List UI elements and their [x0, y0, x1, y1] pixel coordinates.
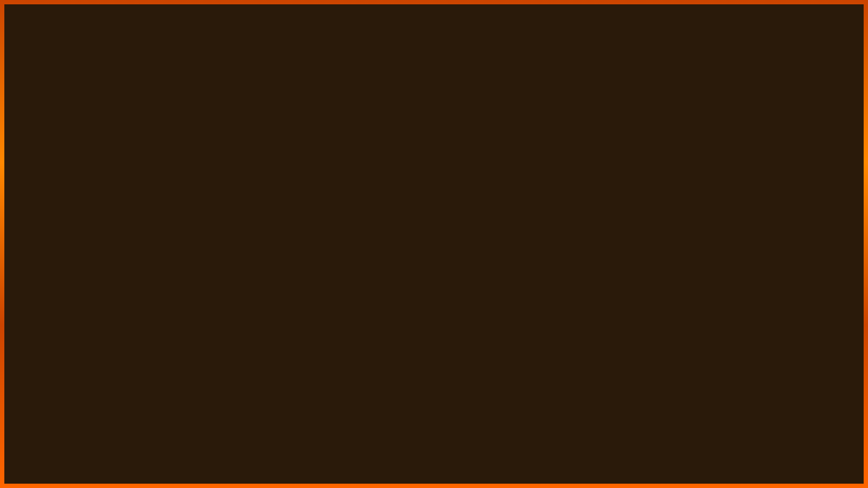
- move-command-royal-blender: + + ○: [246, 115, 601, 131]
- section-fatalities: FATALITIES: [64, 92, 804, 109]
- character-name: KITANA: [730, 36, 792, 53]
- svg-line-4: [777, 278, 801, 300]
- nav-bar: L1 BASIC ATTACKS SPECIAL MOVES FINISHERS…: [42, 18, 826, 61]
- move-name-the-klassic: The Klassic: [72, 197, 246, 206]
- character-box: KITANA Facing Right: [701, 26, 820, 69]
- move-row-the-klassic[interactable]: The Klassic + ▲ 14.00 High: [64, 189, 804, 215]
- tab-kameo-moves[interactable]: KAMEO MOVES: [547, 30, 659, 48]
- svg-rect-16: [285, 121, 289, 125]
- move-name-easy-fatality: Easy Fatality: [72, 146, 246, 155]
- bottom-bar: ■ ADVANCED VIEW: [42, 446, 826, 459]
- header-damage: DAMAGE: [603, 67, 690, 75]
- tab-basic-attacks[interactable]: BASIC ATTACKS: [209, 30, 326, 48]
- dpad-icon-klassic: [251, 194, 266, 209]
- content-area: FATALITIES (Far) Royal Blender +: [42, 81, 826, 221]
- move-name-royal-blender: (Far) Royal Blender: [72, 119, 246, 127]
- svg-line-3: [752, 219, 777, 246]
- nav-tabs: BASIC ATTACKS SPECIAL MOVES FINISHERS KA…: [209, 29, 659, 49]
- dpad-icon-3: [308, 115, 323, 131]
- dot-sep: [328, 121, 331, 125]
- header-kommand: KOMMAND: [243, 67, 603, 75]
- dpad-icon-2: [279, 115, 295, 131]
- svg-rect-22: [257, 200, 260, 203]
- advanced-view-icon: ■: [387, 446, 400, 459]
- move-row-easy-fatality[interactable]: Easy Fatality ✕ + R2 N/A N/A: [64, 138, 804, 163]
- character-subtitle: Facing Right: [739, 53, 782, 60]
- svg-point-9: [794, 269, 809, 282]
- move-command-the-klassic: + ▲: [246, 194, 601, 209]
- svg-point-10: [744, 322, 763, 337]
- watermark: gamesradar: [69, 352, 826, 427]
- triangle-button: ▲: [279, 195, 293, 209]
- tab-finishers[interactable]: FINISHERS: [445, 29, 547, 49]
- circle-button: ○: [336, 116, 350, 130]
- svg-line-5: [755, 332, 777, 354]
- tab-special-moves[interactable]: SPECIAL MOVES: [326, 30, 445, 48]
- main-panel: gamesradar L1 BASIC ATTACKS SPECIAL MOVE…: [41, 16, 827, 472]
- section-brutalities: BRUTALITIES: [64, 171, 804, 189]
- advanced-view-label[interactable]: ADVANCED VIEW: [407, 449, 481, 457]
- move-block-easy-fatality: N/A: [687, 146, 796, 155]
- move-block-royal-blender: N/A: [687, 119, 796, 127]
- svg-rect-13: [257, 121, 260, 125]
- move-block-the-klassic: High: [687, 197, 796, 206]
- x-button: ✕: [251, 143, 265, 157]
- header-move-name: MOVE NAME: [69, 67, 243, 75]
- move-damage-the-klassic: 14.00: [601, 197, 687, 206]
- l1-button[interactable]: L1: [53, 30, 73, 49]
- svg-rect-19: [314, 121, 317, 125]
- move-row-royal-blender[interactable]: (Far) Royal Blender + +: [61, 109, 807, 138]
- move-command-easy-fatality: ✕ + R2: [246, 143, 601, 157]
- dpad-icon-1: [251, 115, 266, 131]
- move-damage-royal-blender: N/A: [601, 119, 687, 127]
- r2-button: R2: [278, 144, 295, 156]
- move-damage-easy-fatality: N/A: [601, 146, 687, 155]
